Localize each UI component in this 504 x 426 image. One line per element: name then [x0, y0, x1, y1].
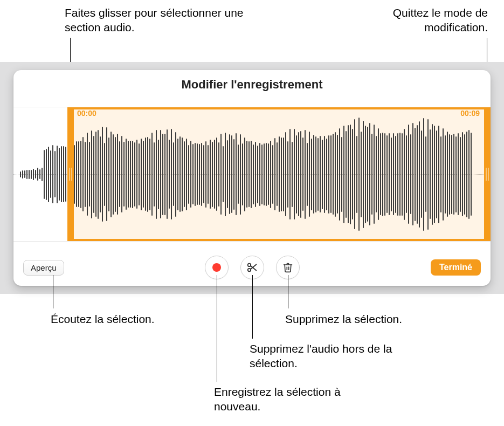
callout-exit-edit: Quittez le mode de modification.	[348, 5, 488, 35]
callout-trim-outside: Supprimez l'audio hors de la sélection.	[250, 341, 401, 371]
callout-rerecord: Enregistrez la sélection à nouveau.	[214, 384, 365, 414]
selection-handle-right[interactable]	[484, 107, 491, 241]
selection-handle-left[interactable]	[67, 107, 74, 241]
waveform-area[interactable]: 00:00 00:09	[13, 107, 491, 242]
leader-line	[288, 275, 288, 308]
leader-line	[217, 275, 217, 382]
leader-line	[53, 275, 53, 308]
selection-time-start: 00:00	[77, 109, 96, 118]
selection-time-end: 00:09	[460, 109, 480, 118]
record-icon	[211, 262, 222, 273]
svg-point-0	[212, 263, 221, 272]
done-button[interactable]: Terminé	[431, 259, 481, 276]
callout-listen: Écoutez la sélection.	[51, 312, 158, 326]
scissors-icon	[246, 262, 258, 273]
callout-drag-select: Faites glisser pour sélectionner une sec…	[65, 5, 259, 35]
panel-title: Modifier l'enregistrement	[13, 78, 491, 92]
preview-button[interactable]: Aperçu	[23, 260, 64, 276]
leader-line	[252, 275, 253, 339]
trash-icon	[282, 262, 293, 273]
callout-delete: Supprimez la sélection.	[285, 312, 458, 326]
waveform-bars	[20, 107, 484, 241]
edit-recording-panel: Modifier l'enregistrement 00:00 00:09 Ap…	[13, 70, 491, 286]
